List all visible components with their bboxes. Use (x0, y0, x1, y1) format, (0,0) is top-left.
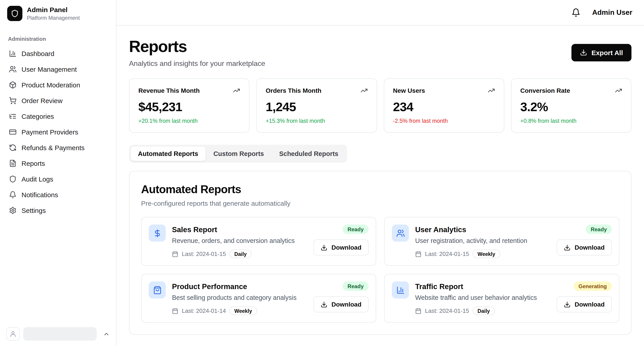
sidebar-item-order-review[interactable]: Order Review (4, 93, 112, 109)
sidebar-item-user-management[interactable]: User Management (4, 61, 112, 77)
export-all-button[interactable]: Export All (571, 44, 632, 61)
stat-card-conversion-rate: Conversion Rate 3.2% +0.8% from last mon… (511, 79, 632, 133)
sidebar-item-label: Payment Providers (22, 128, 78, 136)
stat-change: -2.5% from last month (393, 118, 495, 124)
file-text-icon (9, 160, 16, 167)
status-badge: Ready (586, 225, 612, 234)
report-card-sales-report: Sales Report Revenue, orders, and conver… (141, 217, 376, 266)
sidebar-user-menu[interactable] (0, 322, 116, 346)
admin-panel-app: Admin Panel Platform Management Administ… (0, 0, 644, 346)
sidebar-item-label: Audit Logs (22, 175, 53, 183)
tab-custom-reports[interactable]: Custom Reports (206, 147, 271, 161)
stat-label: New Users (393, 87, 425, 94)
frequency-badge: Weekly (473, 250, 500, 258)
sidebar-item-dashboard[interactable]: Dashboard (4, 46, 112, 61)
shopping-cart-icon (9, 97, 16, 104)
reports-tabs: Automated Reports Custom Reports Schedul… (129, 145, 347, 163)
stat-card-orders: Orders This Month 1,245 +15.3% from last… (256, 79, 377, 133)
stat-change: +15.3% from last month (266, 118, 368, 124)
panel-subtitle: Pre-configured reports that generate aut… (141, 199, 619, 207)
sidebar-item-refunds-payments[interactable]: Refunds & Payments (4, 140, 112, 156)
frequency-badge: Daily (230, 250, 252, 258)
report-card-traffic-report: Traffic Report Website traffic and user … (384, 274, 619, 323)
header-user-name[interactable]: Admin User (592, 9, 632, 17)
sidebar-item-categories[interactable]: Categories (4, 109, 112, 124)
stat-change: +20.1% from last month (138, 118, 240, 124)
report-name: Traffic Report (415, 282, 550, 291)
sidebar-item-payment-providers[interactable]: Payment Providers (4, 124, 112, 140)
sidebar-section-label: Administration (0, 27, 116, 46)
status-badge: Ready (342, 225, 368, 234)
stat-label: Conversion Rate (520, 87, 570, 94)
stats-row: Revenue This Month $45,231 +20.1% from l… (129, 79, 632, 133)
sidebar-item-label: Categories (22, 113, 54, 120)
sidebar-item-label: Settings (22, 207, 46, 214)
download-label: Download (332, 244, 362, 251)
notifications-button[interactable] (570, 7, 581, 18)
report-last-generated: Last: 2024-01-15 (425, 250, 469, 257)
bar-chart-icon (9, 50, 16, 57)
gear-icon (9, 207, 16, 214)
report-last-generated: Last: 2024-01-15 (425, 307, 469, 314)
topbar: Admin User (116, 0, 644, 26)
page-header: Reports Analytics and insights for your … (129, 37, 632, 68)
trending-up-icon (360, 87, 368, 94)
brand-shield-icon (7, 6, 22, 21)
calendar-icon (172, 308, 178, 314)
sidebar-item-label: Notifications (22, 191, 58, 199)
user-name-skeleton (23, 327, 97, 341)
report-last-generated: Last: 2024-01-14 (182, 307, 226, 314)
trending-up-icon (233, 87, 240, 94)
bell-icon (9, 191, 16, 199)
sidebar-item-label: Product Moderation (22, 81, 80, 89)
stat-card-new-users: New Users 234 -2.5% from last month (384, 79, 504, 133)
download-icon (580, 49, 587, 56)
download-button[interactable]: Download (557, 239, 612, 255)
reports-grid: Sales Report Revenue, orders, and conver… (141, 217, 619, 323)
status-badge: Generating (574, 281, 612, 291)
sidebar-item-reports[interactable]: Reports (4, 156, 112, 171)
sidebar-item-label: Order Review (22, 97, 62, 104)
page-subtitle: Analytics and insights for your marketpl… (129, 60, 265, 68)
report-description: User registration, activity, and retenti… (415, 237, 550, 244)
report-card-user-analytics: User Analytics User registration, activi… (384, 217, 619, 266)
credit-card-icon (9, 128, 16, 136)
download-button[interactable]: Download (314, 239, 368, 255)
report-name: User Analytics (415, 225, 550, 234)
brand-subtitle: Platform Management (27, 15, 80, 21)
users-icon (9, 66, 16, 73)
chevron-up-icon (100, 330, 110, 337)
tab-automated-reports[interactable]: Automated Reports (131, 147, 205, 161)
sidebar-item-label: Reports (22, 160, 45, 167)
stat-value: $45,231 (138, 100, 240, 114)
report-name: Sales Report (172, 225, 307, 234)
shopping-bag-icon (149, 281, 166, 298)
report-description: Revenue, orders, and conversion analytic… (172, 237, 307, 244)
tab-scheduled-reports[interactable]: Scheduled Reports (272, 147, 346, 161)
sidebar-item-product-moderation[interactable]: Product Moderation (4, 77, 112, 93)
sidebar-item-label: Dashboard (22, 50, 54, 57)
page-content: Reports Analytics and insights for your … (116, 26, 644, 344)
download-button[interactable]: Download (314, 296, 368, 312)
calendar-icon (415, 251, 422, 257)
report-card-product-performance: Product Performance Best selling product… (141, 274, 376, 323)
sidebar-item-label: User Management (22, 66, 77, 73)
dollar-icon (149, 225, 166, 242)
users-icon (392, 225, 409, 242)
stat-label: Revenue This Month (138, 87, 200, 94)
download-icon (564, 244, 570, 251)
sidebar-item-label: Refunds & Payments (22, 144, 85, 152)
download-label: Download (574, 244, 604, 251)
sidebar-item-notifications[interactable]: Notifications (4, 187, 112, 203)
download-button[interactable]: Download (557, 296, 612, 312)
export-all-label: Export All (592, 49, 623, 56)
frequency-badge: Weekly (230, 306, 257, 315)
shield-icon (9, 175, 16, 183)
download-icon (564, 301, 570, 308)
sidebar-item-settings[interactable]: Settings (4, 203, 112, 218)
stat-value: 3.2% (520, 100, 622, 114)
bar-chart-icon (392, 281, 409, 298)
sidebar-item-audit-logs[interactable]: Audit Logs (4, 171, 112, 187)
brand-text: Admin Panel Platform Management (27, 6, 80, 21)
download-icon (321, 244, 327, 251)
